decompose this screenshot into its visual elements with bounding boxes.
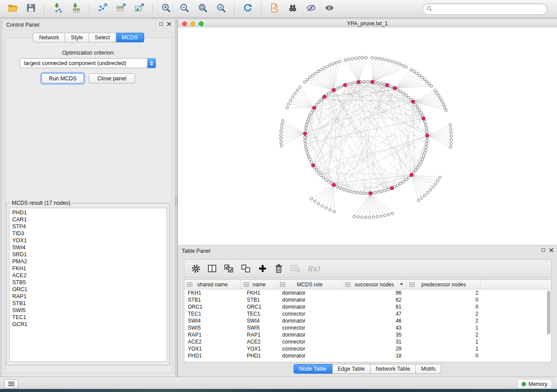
refresh-button[interactable] (240, 2, 256, 16)
tab-style[interactable]: Style (65, 33, 89, 42)
network-file-icon (269, 3, 280, 15)
table-row[interactable]: SWI5 SWI5 connector 43 1 (184, 324, 551, 331)
scrollbar-thumb[interactable] (547, 291, 550, 334)
memory-button[interactable]: Memory (517, 379, 552, 389)
cell-filler (481, 338, 551, 345)
tab-motifs[interactable]: Motifs (416, 364, 441, 374)
tab-node-table[interactable]: Node Table (294, 364, 332, 374)
search-input[interactable] (434, 6, 543, 13)
zoom-in-button[interactable] (158, 2, 174, 16)
zoom-selected-button[interactable] (213, 2, 229, 16)
network-window-title: YPA_prune.txt_1 (178, 20, 557, 28)
desktop-wallpaper-strip (0, 389, 557, 392)
mcds-result-item[interactable]: PHD1 (10, 209, 166, 216)
select-all-button[interactable] (224, 264, 234, 273)
close-panel-icon[interactable] (167, 22, 171, 26)
run-mcds-button[interactable]: Run MCDS (42, 73, 84, 83)
cell-shared-name: SWI4 (184, 317, 241, 324)
column-header-name[interactable]: name (241, 280, 277, 289)
cell-shared-name: STB1 (184, 296, 241, 303)
find-button[interactable] (285, 2, 301, 16)
column-header-mcds-role[interactable]: MCDS role (277, 280, 343, 289)
column-header-shared-name[interactable]: shared name (184, 280, 241, 289)
mcds-result-item[interactable]: CAR1 (10, 216, 166, 223)
mcds-result-item[interactable]: STP4 (10, 223, 166, 230)
show-columns-button[interactable] (208, 265, 217, 272)
tab-edge-table[interactable]: Edge Table (332, 364, 370, 374)
control-panel-tabs: Network Style Select MCDS (2, 33, 175, 42)
save-button[interactable] (23, 2, 39, 16)
cell-successor-nodes: 62 (343, 296, 407, 303)
table-scrollbar[interactable] (547, 289, 551, 361)
mcds-result-item[interactable]: SWI4 (10, 244, 166, 251)
cell-shared-name: FKH1 (184, 289, 241, 296)
zoom-fit-button[interactable] (195, 2, 211, 16)
close-panel-button[interactable]: Close panel (89, 73, 135, 83)
network-canvas[interactable] (178, 28, 557, 245)
cell-name: YOX1 (241, 345, 277, 352)
table-row[interactable]: PHD1 PHD1 dominator 18 0 (184, 352, 551, 359)
column-header-predecessor-nodes[interactable]: predecessor nodes (407, 280, 481, 289)
table-row[interactable]: FKH1 FKH1 dominator 96 2 (184, 289, 551, 296)
mcds-result-item[interactable]: ORC1 (10, 286, 166, 293)
mcds-result-item[interactable]: ACE2 (10, 272, 166, 279)
export-network-icon (97, 3, 108, 15)
function-builder-button[interactable]: f(x) (308, 265, 319, 273)
table-row[interactable]: RAP1 RAP1 dominator 35 2 (184, 331, 551, 338)
cell-mcds-role: dominator (277, 289, 343, 296)
zoom-out-button[interactable] (176, 2, 192, 16)
table-row[interactable]: ACE2 ACE2 connector 31 1 (184, 338, 551, 345)
cell-mcds-role: connector (277, 310, 343, 317)
cell-successor-nodes: 35 (343, 331, 407, 338)
export-table-button[interactable] (113, 2, 129, 16)
mcds-result-item[interactable]: FKH1 (10, 265, 166, 272)
settings-gear-button[interactable] (191, 264, 201, 273)
zoom-fit-icon (197, 3, 208, 15)
export-network-button[interactable] (95, 2, 111, 16)
column-header-successor-nodes[interactable]: successor nodes (343, 280, 407, 289)
cell-shared-name: SWI5 (184, 324, 241, 331)
optimization-criterion-select[interactable]: largest connected component (undirected) (20, 58, 156, 68)
table-row[interactable]: SWI4 SWI4 dominator 46 2 (184, 317, 551, 324)
search-box[interactable] (422, 3, 547, 15)
deselect-all-button[interactable] (241, 264, 251, 273)
mcds-result-item[interactable]: RAP1 (10, 293, 166, 300)
mcds-result-item[interactable]: YOX1 (10, 237, 166, 244)
toolbar-separator (234, 3, 235, 14)
table-row[interactable]: STB1 STB1 dominator 62 0 (184, 296, 551, 303)
table-row[interactable]: YOX1 YOX1 connector 29 1 (184, 345, 551, 352)
tab-select[interactable]: Select (89, 33, 116, 42)
show-details-button[interactable] (322, 2, 337, 16)
mcds-result-item[interactable]: STB5 (10, 279, 166, 286)
table-row[interactable]: ORC1 ORC1 dominator 61 0 (184, 303, 551, 310)
mcds-result-item[interactable]: SWI5 (10, 307, 166, 314)
mcds-result-item[interactable]: TEC1 (10, 314, 166, 321)
table-panel-title: Table Panel (182, 248, 210, 254)
mcds-result-item[interactable]: GCR1 (10, 321, 166, 328)
mcds-result-item[interactable]: TID3 (10, 230, 166, 237)
tab-network-table[interactable]: Network Table (370, 364, 416, 374)
float-panel-icon[interactable] (159, 22, 163, 26)
float-panel-icon[interactable] (542, 248, 545, 252)
mcds-result-list[interactable]: PHD1CAR1STP4TID3YOX1SWI4SRD1PMA2FKH1ACE2… (9, 208, 167, 362)
dropdown-stepper-icon (147, 58, 156, 68)
cell-predecessor-nodes: 2 (407, 310, 481, 317)
table-row[interactable]: TEC1 TEC1 connector 47 2 (184, 310, 551, 317)
open-folder-button[interactable] (5, 2, 21, 16)
main-toolbar (0, 0, 557, 18)
add-column-button[interactable] (258, 264, 267, 273)
hide-details-button[interactable] (303, 2, 319, 16)
import-table-button[interactable] (68, 2, 84, 16)
delete-column-button[interactable] (274, 264, 283, 273)
memory-status-icon (522, 382, 526, 386)
mcds-result-item[interactable]: PMA2 (10, 258, 166, 265)
import-network-button[interactable] (50, 2, 66, 16)
mcds-result-item[interactable]: SRD1 (10, 251, 166, 258)
tab-network[interactable]: Network (33, 33, 65, 42)
tab-mcds[interactable]: MCDS (116, 33, 144, 42)
open-network-file-button[interactable] (266, 2, 282, 16)
export-image-button[interactable] (131, 2, 147, 16)
close-panel-icon[interactable] (549, 248, 554, 252)
mcds-result-item[interactable]: STB1 (10, 300, 166, 307)
show-panels-button[interactable] (4, 379, 18, 389)
